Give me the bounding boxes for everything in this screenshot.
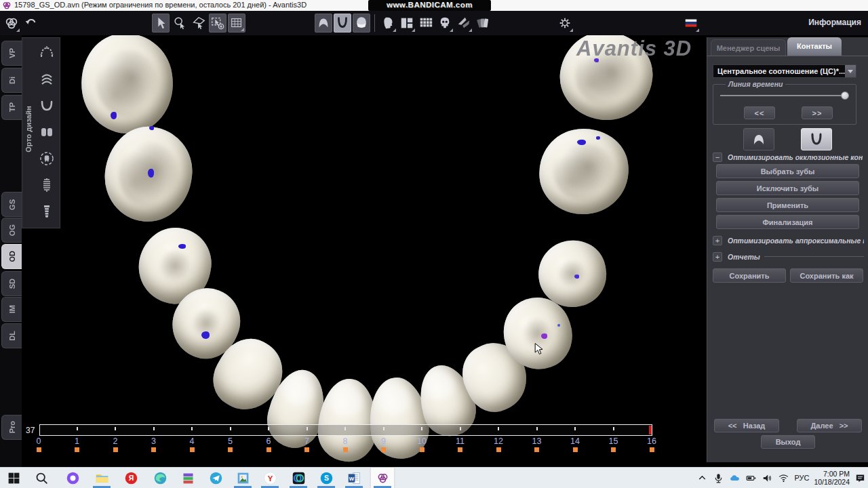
timeline-marker <box>75 447 79 452</box>
apply-button[interactable]: Применить <box>716 198 859 212</box>
timeline-marker <box>37 447 41 452</box>
taskbar-cad-app-icon[interactable] <box>288 468 309 488</box>
tab-scene-manager[interactable]: Менеджер сцены <box>711 39 786 56</box>
face-mask-icon[interactable] <box>353 14 370 33</box>
timeline-marker <box>267 447 271 452</box>
sidebar-tab-og[interactable]: OG <box>1 218 22 243</box>
taskbar-skype-icon[interactable]: S <box>316 468 336 488</box>
tooth-UR6[interactable] <box>535 124 633 218</box>
chevron-up-icon[interactable] <box>696 472 708 484</box>
relation-dropdown[interactable]: Центральное соотношение (ЦС)*... <box>713 64 856 78</box>
forward-button[interactable]: Далее >> <box>797 419 862 432</box>
tooth-UL7[interactable] <box>75 35 179 140</box>
timeline-tick <box>77 427 78 430</box>
sidebar-tab-tp[interactable]: TP <box>1 95 22 120</box>
select-pointer-icon[interactable] <box>152 14 170 33</box>
expand-approximal-button[interactable]: + <box>713 236 722 245</box>
exit-button[interactable]: Выход <box>761 435 815 449</box>
occlusal-contact-mark <box>149 126 154 130</box>
undo-icon[interactable] <box>22 14 39 33</box>
taskbar-yandex-browser-icon[interactable]: Я <box>121 468 141 488</box>
taskbar-alice-icon[interactable] <box>62 468 83 488</box>
save-as-button[interactable]: Сохранить как <box>790 268 863 283</box>
settings-gear-icon[interactable] <box>556 14 574 33</box>
cloud-icon[interactable] <box>729 472 741 484</box>
timeline-prev-button[interactable]: << <box>744 106 775 119</box>
sidebar-tab-gs[interactable]: GS <box>1 192 22 217</box>
select-grid-icon[interactable] <box>228 14 245 33</box>
sidebar-tab-od[interactable]: OD <box>1 244 22 269</box>
taskbar-search-icon[interactable] <box>31 468 52 488</box>
dropdown-arrow-icon[interactable] <box>845 65 856 77</box>
lower-jaw-icon[interactable] <box>334 14 351 33</box>
exclude-teeth-button[interactable]: Исключить зубы <box>716 181 859 195</box>
information-menu[interactable]: Информация <box>808 18 861 27</box>
spring-icon[interactable] <box>36 173 58 197</box>
tab-contacts[interactable]: Контакты <box>787 37 842 56</box>
sidebar-tab-pro[interactable]: Pro <box>1 415 22 440</box>
speaker-icon[interactable] <box>762 472 773 484</box>
select-rect-add-icon[interactable] <box>209 14 226 33</box>
slider-handle[interactable] <box>841 92 849 100</box>
taskbar-telegram-icon[interactable] <box>205 468 226 488</box>
cross-section-icon[interactable] <box>455 14 473 33</box>
clock[interactable]: 7:00 PM 10/18/2024 <box>814 470 850 486</box>
toolbar-app-group <box>3 14 39 33</box>
titlebar: 15798_GS_OD.avn (Режим ограничения по вр… <box>0 0 868 11</box>
timeline-next-button[interactable]: >> <box>802 106 833 119</box>
select-circle-icon[interactable] <box>171 14 189 33</box>
tooth-rotate-icon[interactable] <box>36 146 58 170</box>
sidebar-tab-im[interactable]: IM <box>1 297 22 322</box>
3d-viewport[interactable]: Avantis 3D 37 012345678910111213141516 <box>22 35 707 467</box>
right-panel: Менеджер сцены Контакты Центральное соот… <box>707 37 868 462</box>
collapse-occlusal-button[interactable]: − <box>713 152 722 162</box>
lower-jaw-toggle[interactable] <box>801 128 832 150</box>
save-button[interactable]: Сохранить <box>713 268 786 283</box>
microphone-icon[interactable] <box>713 472 724 484</box>
system-tray: РУС 7:00 PM 10/18/2024 <box>696 468 866 488</box>
taskbar-winrar-icon[interactable] <box>178 468 198 488</box>
ortho-arch-icon[interactable] <box>36 41 58 64</box>
left-tab-rail: VPDiTPGSOGODSDIMDLPro <box>0 35 22 467</box>
upper-jaw-icon[interactable] <box>315 14 332 33</box>
tray-icons <box>696 472 789 484</box>
sidebar-tab-vp[interactable]: VP <box>1 41 22 66</box>
taskbar-avantis-icon[interactable] <box>371 468 394 488</box>
timeline-slider[interactable] <box>720 92 849 100</box>
taskbar-explorer-icon[interactable] <box>92 468 112 488</box>
taskbar-edge-icon[interactable] <box>150 468 170 488</box>
occlusal-contact-mark <box>596 136 600 140</box>
layout-panels-icon[interactable] <box>398 14 416 33</box>
sidebar-tab-label: GS <box>8 199 16 210</box>
upper-jaw-toggle[interactable] <box>743 128 774 150</box>
language-flag-icon[interactable] <box>682 14 700 33</box>
finalize-button[interactable]: Финализация <box>716 215 859 229</box>
timeline-number: 3 <box>145 436 163 446</box>
taskbar-start-button[interactable] <box>3 468 24 488</box>
timeline-marker <box>573 447 578 452</box>
arch-stack-icon[interactable] <box>36 67 58 91</box>
sidebar-tab-di[interactable]: Di <box>1 68 22 93</box>
implant-icon[interactable] <box>36 199 58 223</box>
teeth-pair-icon[interactable] <box>36 120 58 144</box>
select-polygon-icon[interactable] <box>190 14 208 33</box>
language-indicator[interactable]: РУС <box>794 474 809 482</box>
expand-reports-button[interactable]: + <box>713 252 722 262</box>
color-presets-icon[interactable] <box>474 14 492 33</box>
head-profile-icon[interactable] <box>379 14 397 33</box>
taskbar-yandex-y-icon[interactable]: Y <box>260 468 280 488</box>
taskbar-photos-icon[interactable] <box>233 468 253 488</box>
sidebar-tab-dl[interactable]: DL <box>1 323 22 348</box>
aligner-icon[interactable] <box>36 94 58 117</box>
battery-icon[interactable] <box>745 472 757 484</box>
action-center-icon[interactable] <box>854 472 866 484</box>
taskbar-word-icon[interactable]: W <box>344 468 364 488</box>
select-teeth-button[interactable]: Выбрать зубы <box>716 164 859 178</box>
back-button[interactable]: << Назад <box>714 419 779 432</box>
app-logo-icon[interactable] <box>3 14 20 33</box>
wifi-icon[interactable] <box>778 472 789 484</box>
skull-icon[interactable] <box>436 14 454 33</box>
sidebar-tab-sd[interactable]: SD <box>1 271 22 296</box>
timeline-end-marker <box>649 426 652 434</box>
grid-matrix-icon[interactable] <box>417 14 435 33</box>
